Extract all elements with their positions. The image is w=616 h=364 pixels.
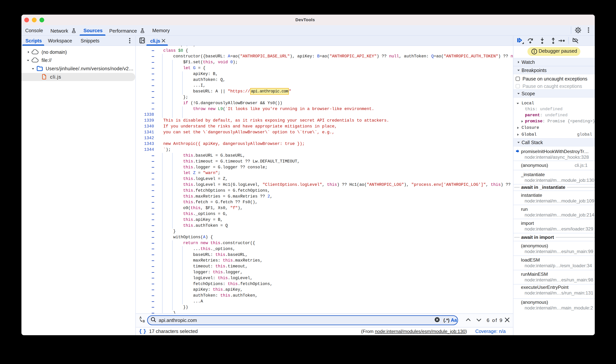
svg-text:B: B (143, 320, 145, 323)
svg-text:A: A (140, 316, 142, 319)
